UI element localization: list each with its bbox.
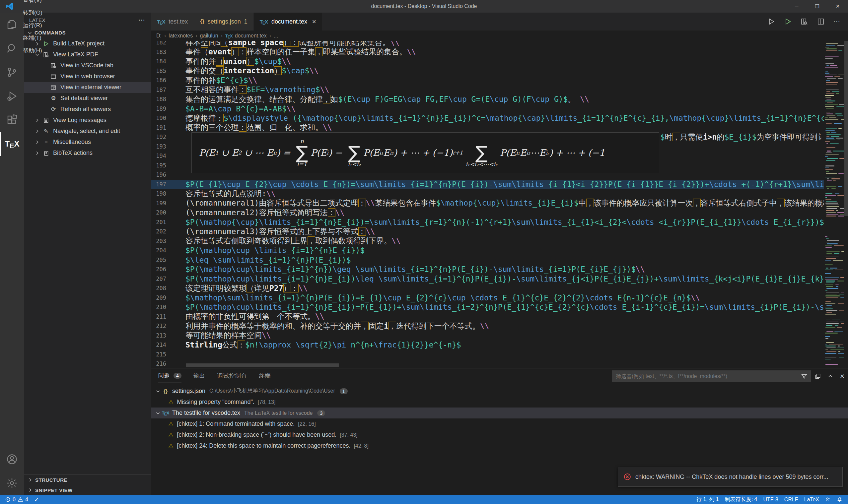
code-line-197[interactable]: 197$P(E_{1}\cup E_{2}\cup \cdots E_{n})=… xyxy=(151,180,824,189)
run-debug-icon[interactable] xyxy=(0,84,24,108)
code-line-199[interactable]: 199(\romannumeral1)由容斥恒等式导出二项式定理：\\某结果包含… xyxy=(151,199,824,208)
breadcrumb-item[interactable]: document.tex xyxy=(235,33,267,39)
code-editor[interactable]: 182样本空间S（sample space）：试验所有可能的结果集合。\\183… xyxy=(151,41,824,368)
status-item-4[interactable]: LaTeX xyxy=(801,495,822,504)
panel-tab-2[interactable]: 调试控制台 xyxy=(217,368,247,383)
problem-row[interactable]: ⚠[chktex] 24: Delete this space to maint… xyxy=(151,440,848,451)
close-icon[interactable]: ✕ xyxy=(827,0,848,13)
code-line-208[interactable]: 208该定理证明较繁琐（详见P27）：\\ xyxy=(151,284,824,293)
chevron-down-icon[interactable] xyxy=(154,389,162,394)
status-item-2[interactable]: UTF-8 xyxy=(760,495,781,504)
latex-workshop-icon[interactable]: TEX xyxy=(0,132,24,156)
code-line-185[interactable]: 185事件的交（interaction）$\cap$\\ xyxy=(151,66,824,76)
problem-row[interactable]: ⚠[chktex] 2: Non-breaking space (`~') sh… xyxy=(151,429,848,440)
breadcrumb-item[interactable]: D: xyxy=(156,33,162,39)
tab-test-tex[interactable]: TEX test.tex xyxy=(151,13,194,31)
close-panel-icon[interactable]: ✕ xyxy=(840,373,845,380)
notification-toast[interactable]: chktex: WARNING -- ChkTeX does not handl… xyxy=(618,467,843,487)
code-line-207[interactable]: 207$P(\mathop\cup\limits_{i=1}^{n}E_{i})… xyxy=(151,274,824,284)
problem-row[interactable]: ⚠Missing property "command".[78, 13] xyxy=(151,397,848,408)
sidebar-item-refresh-all-viewers[interactable]: ⟳Refresh all viewers xyxy=(24,104,151,115)
more-actions-icon[interactable]: ⋯ xyxy=(833,18,841,25)
menu-item-3[interactable]: 查看(V) xyxy=(19,0,47,6)
code-line-210[interactable]: 210$P(\mathop\cup\limits_{i=1}^{n}E_{i})… xyxy=(151,302,824,312)
minimize-icon[interactable]: ─ xyxy=(786,0,807,13)
minimap[interactable] xyxy=(824,31,844,368)
panel-tab-0[interactable]: 问题4 xyxy=(158,368,181,383)
code-line-190[interactable]: 190德摩根律：$\displaystyle ({\mathop{\cup}\l… xyxy=(151,113,824,123)
code-line-214[interactable]: 214Stirling公式：$n!\approx \sqrt{2}\pi n^{… xyxy=(151,340,824,350)
tab-settings-json[interactable]: {} settings.json 1 xyxy=(194,13,253,31)
account-icon[interactable] xyxy=(0,447,24,471)
menu-item-4[interactable]: 转到(G) xyxy=(19,6,47,19)
split-editor-icon[interactable] xyxy=(817,18,825,25)
breadcrumb-item[interactable]: latexnotes xyxy=(169,33,193,39)
code-line-191[interactable]: 191概率的三个公理：范围、归一化、求和。\\ xyxy=(151,123,824,133)
problems-filter[interactable] xyxy=(612,371,811,382)
vertical-scrollbar[interactable] xyxy=(844,31,848,368)
chevron-down-icon[interactable] xyxy=(154,411,162,416)
breadcrumb-item[interactable]: ... xyxy=(274,33,278,39)
code-line-215[interactable]: 215 xyxy=(151,350,824,359)
view-pdf-icon[interactable] xyxy=(800,18,808,25)
section-structure[interactable]: STRUCTURE xyxy=(24,474,151,485)
settings-gear-icon[interactable] xyxy=(0,471,24,495)
code-line-212[interactable]: 212利用并事件的概率等于概率的和、补的交等于交的并，固定i，迭代得到下一个不等… xyxy=(151,321,824,331)
restore-icon[interactable]: ❐ xyxy=(807,0,827,13)
maximize-panel-icon[interactable] xyxy=(827,373,834,380)
code-line-198[interactable]: 198容斥恒等式的几点说明:\\ xyxy=(151,189,824,199)
chevron-right-icon[interactable] xyxy=(34,140,40,145)
code-line-203[interactable]: 203容斥恒等式右侧取到奇数项得到上界，取到偶数项得到下界。\\ xyxy=(151,236,824,246)
status-item-1[interactable]: 制表符长度: 4 xyxy=(722,495,760,504)
sidebar-item-view-in-vscode-tab[interactable]: View in VSCode tab xyxy=(24,60,151,71)
code-line-201[interactable]: 201$P(\mathop{\cup}\limits_{i=1}^{n}E_{i… xyxy=(151,217,824,227)
sidebar-item-view-log-messages[interactable]: View Log messages xyxy=(24,115,151,126)
code-line-204[interactable]: 204$P(\mathop\cup \limits_{i=1}^{n}E_{i}… xyxy=(151,246,824,255)
status-item-0[interactable]: 行 1, 列 1 xyxy=(693,495,722,504)
code-line-186[interactable]: 186事件的补$E^{c}$\\ xyxy=(151,76,824,85)
code-line-184[interactable]: 184事件的并（union）$\cup$\\ xyxy=(151,57,824,66)
panel-tab-3[interactable]: 终端 xyxy=(259,368,271,383)
run-icon[interactable] xyxy=(767,18,775,25)
code-line-205[interactable]: 205$\leq \sum\limits_{i=1}^{n}P(E_{i})$ xyxy=(151,255,824,265)
tab-close-icon[interactable]: ✕ xyxy=(312,19,316,25)
problem-row[interactable]: ⚠[chktex] 1: Command terminated with spa… xyxy=(151,418,848,429)
code-line-200[interactable]: 200(\romannumeral2)容斥恒等式简明写法：\\ xyxy=(151,208,824,217)
chevron-right-icon[interactable] xyxy=(34,150,40,156)
filter-funnel-icon[interactable] xyxy=(801,373,808,380)
sidebar-item-view-in-external-viewer[interactable]: View in external viewer xyxy=(24,82,151,93)
code-line-182[interactable]: 182样本空间S（sample space）：试验所有可能的结果集合。\\ xyxy=(151,41,824,48)
problem-file-row[interactable]: {}settings.jsonC:\Users\小飞机想学习\AppData\R… xyxy=(151,385,848,397)
sidebar-item-bibtex-actions[interactable]: BibTeX actions xyxy=(24,147,151,159)
menu-item-7[interactable]: 帮助(H) xyxy=(19,44,47,57)
notifications-bell-icon[interactable] xyxy=(834,495,845,504)
sidebar-item-view-in-web-browser[interactable]: View in web browser xyxy=(24,71,151,82)
extensions-icon[interactable] xyxy=(0,108,24,132)
chevron-right-icon[interactable] xyxy=(34,129,40,134)
code-line-209[interactable]: 209$\mathop\sum\limits_{i=1}^{n}P(E_{i})… xyxy=(151,293,824,303)
tab-document-tex[interactable]: TEX document.tex ✕ xyxy=(254,13,322,31)
code-line-187[interactable]: 187互不相容的事件：$EF=\varnothing$\\ xyxy=(151,85,824,95)
filter-input[interactable] xyxy=(616,373,801,379)
scrollbar-thumb[interactable] xyxy=(186,363,339,367)
build-run-icon[interactable] xyxy=(784,18,792,25)
code-line-206[interactable]: 206$P(\mathop\cup\limits_{i=1}^{n})\geq … xyxy=(151,265,824,274)
chevron-right-icon[interactable] xyxy=(34,118,40,123)
code-line-183[interactable]: 183事件（event）：样本空间的任一子集，即某些试验结果的集合。\\ xyxy=(151,48,824,57)
code-line-211[interactable]: 211由概率的非负性可得到第一个不等式。\\ xyxy=(151,312,824,322)
source-control-icon[interactable] xyxy=(0,60,24,84)
panel-tab-1[interactable]: 输出 xyxy=(193,368,205,383)
breadcrumb-item[interactable]: gailulun xyxy=(200,33,218,39)
problems-status[interactable]: 0 4 xyxy=(2,495,31,504)
problem-file-row[interactable]: TEXThe testfile for vscode.texThe LaTeX … xyxy=(151,408,848,418)
sidebar-item-set-default-viewer[interactable]: ⚙Set default viewer xyxy=(24,93,151,104)
restore-panel-icon[interactable] xyxy=(814,373,821,380)
status-item-3[interactable]: CRLF xyxy=(781,495,801,504)
latex-build-status[interactable]: ✓ xyxy=(31,495,42,504)
section-snippet-view[interactable]: SNIPPET VIEW xyxy=(24,485,151,495)
horizontal-scrollbar[interactable] xyxy=(151,363,824,367)
code-line-202[interactable]: 202(\romannumeral3)容斥恒等式的上下界与不等式：\\ xyxy=(151,227,824,236)
menu-item-5[interactable]: 运行(R) xyxy=(19,19,47,32)
sidebar-item-miscellaneous[interactable]: ≡Miscellaneous xyxy=(24,137,151,147)
code-line-213[interactable]: 213等可能结果的样本空间\\ xyxy=(151,331,824,341)
